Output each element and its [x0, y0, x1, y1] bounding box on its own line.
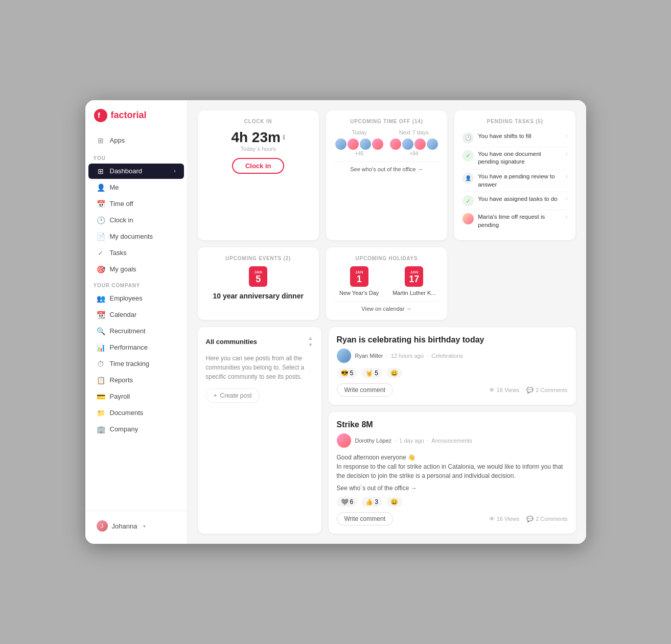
section-you-label: YOU — [85, 150, 187, 163]
avatar-6 — [402, 139, 413, 150]
payroll-icon: 💳 — [97, 393, 105, 401]
user-profile-item[interactable]: J Johanna ▾ — [88, 516, 184, 536]
sidebar-item-recruitment[interactable]: 🔍 Recruitment — [88, 324, 184, 339]
reaction-pill-1[interactable]: 😎 5 — [337, 368, 358, 378]
sidebar-bottom: J Johanna ▾ — [85, 511, 187, 536]
timeoff-today-count: +45 — [334, 151, 385, 156]
holiday-day-mlk: 17 — [409, 274, 419, 284]
view-calendar-link[interactable]: View on calendar → — [334, 301, 439, 312]
task-item-review[interactable]: 👤 You have a pending review to answer › — [462, 170, 567, 192]
holiday-day-newyear: 1 — [357, 274, 362, 284]
sidebar-item-employees[interactable]: 👥 Employees — [88, 291, 184, 306]
clockin-info-icon[interactable]: ℹ — [283, 134, 285, 141]
sidebar-apps-item[interactable]: ⊞ Apps — [88, 133, 184, 148]
sidebar-item-recruitment-label: Recruitment — [110, 327, 146, 335]
sidebar-item-goals[interactable]: 🎯 My goals — [88, 262, 184, 277]
clockin-card: CLOCK IN 4h 23m ℹ Today´s hours Clock in — [198, 110, 319, 240]
holidays-card-title: UPCOMING HOLIDAYS — [334, 256, 439, 261]
task-item-shifts[interactable]: 🕐 You have shifts to fill › — [462, 129, 567, 147]
timeoff-today-col: Today +45 — [334, 129, 385, 156]
sidebar-item-goals-label: My goals — [110, 265, 136, 273]
post-birthday-views: 👁 16 Views — [489, 387, 519, 394]
task-item-document[interactable]: ✓ You have one document pending signatur… — [462, 147, 567, 170]
clockin-icon: 🕐 — [97, 216, 105, 224]
post-strike-title: Strike 8M — [337, 420, 568, 429]
timeoff-card: UPCOMING TIME OFF (14) Today +45 — [326, 110, 447, 240]
sidebar-item-employees-label: Employees — [110, 294, 143, 302]
mid-cards-grid: UPCOMING EVENTS (2) JAN 5 10 year annive… — [198, 247, 576, 320]
community-header: All communities ▲ ▼ — [206, 335, 313, 348]
avatar-2 — [348, 139, 359, 150]
timeoff-next-col: Next 7 days +84 — [388, 129, 439, 156]
community-title: All communities — [206, 338, 257, 346]
svg-point-0 — [94, 109, 107, 122]
task-arrow-assigned: › — [565, 195, 567, 202]
community-body: Here you can see posts from all the comm… — [206, 354, 313, 381]
bottom-cards-grid: All communities ▲ ▼ Here you can see pos… — [198, 327, 576, 534]
sidebar-item-company-label: Company — [110, 425, 138, 433]
write-comment-button-birthday[interactable]: Write comment — [337, 383, 393, 397]
sidebar-item-calendar[interactable]: 📆 Calendar — [88, 307, 184, 323]
community-arrows[interactable]: ▲ ▼ — [308, 335, 313, 348]
clockin-button[interactable]: Clock in — [232, 158, 285, 174]
reaction-pill-strike-1[interactable]: 🩶 6 — [337, 497, 358, 507]
see-office-link[interactable]: See who's out of the office → — [334, 162, 439, 172]
arrow-up-icon: ▲ — [308, 335, 313, 341]
post-strike-reactions: 🩶 6 👍 3 😄 — [337, 497, 568, 507]
sidebar-item-timetracking[interactable]: ⏱ Time tracking — [88, 356, 184, 372]
sidebar-item-me[interactable]: 👤 Me — [88, 180, 184, 195]
sidebar-item-tasks[interactable]: ✓ Tasks — [88, 245, 184, 261]
reaction-pill-3[interactable]: 😄 — [386, 368, 402, 378]
post-birthday-comments: 💬 2 Comments — [526, 387, 567, 394]
timeoff-icon: 📅 — [97, 200, 105, 208]
sidebar-item-timeoff[interactable]: 📅 Time off — [88, 196, 184, 212]
user-avatar: J — [97, 520, 108, 532]
user-dropdown-icon: ▾ — [143, 523, 146, 529]
task-text-maria: María's time off request is pending — [478, 213, 561, 229]
sidebar-item-payroll-label: Payroll — [110, 393, 130, 400]
chevron-right-icon: › — [174, 168, 175, 174]
comment-icon: 💬 — [526, 387, 534, 394]
sidebar-item-reports[interactable]: 📋 Reports — [88, 373, 184, 388]
reaction-pill-2[interactable]: 🤘 5 — [361, 368, 382, 378]
event-date-badge: JAN 5 — [249, 266, 267, 287]
reaction-pill-strike-3[interactable]: 😄 — [386, 497, 402, 507]
task-icon-shifts: 🕐 — [462, 132, 474, 144]
sidebar-item-payroll[interactable]: 💳 Payroll — [88, 389, 184, 404]
timetracking-icon: ⏱ — [97, 360, 105, 368]
post-strike-link[interactable]: See who´s out of the office → — [337, 485, 568, 492]
app-inner: f factorial ⊞ Apps YOU ⊞ Dashboard › 👤 M… — [85, 100, 586, 544]
sidebar-item-reports-label: Reports — [110, 376, 133, 384]
sidebar-item-documents[interactable]: 📁 Documents — [88, 405, 184, 421]
post-strike-author: Dorothy López — [355, 438, 392, 444]
sidebar-item-dashboard[interactable]: ⊞ Dashboard › — [88, 164, 184, 179]
create-post-label: Create post — [220, 392, 252, 399]
arrow-down-icon: ▼ — [308, 342, 313, 348]
reaction-pill-strike-2[interactable]: 👍 3 — [361, 497, 382, 507]
create-post-button[interactable]: + Create post — [206, 388, 260, 403]
sidebar-item-performance-label: Performance — [110, 343, 148, 351]
sidebar-item-company[interactable]: 🏢 Company — [88, 422, 184, 437]
task-icon-assigned: ✓ — [462, 195, 474, 206]
task-item-maria[interactable]: María's time off request is pending › — [462, 210, 567, 232]
post-strike-comments: 💬 2 Comments — [526, 516, 567, 522]
task-avatar-maria — [462, 213, 474, 224]
task-icon-review: 👤 — [462, 173, 474, 184]
eye-icon-strike: 👁 — [489, 516, 495, 522]
sidebar-item-clockin[interactable]: 🕐 Clock in — [88, 213, 184, 228]
task-icon-document: ✓ — [462, 150, 474, 162]
post-birthday-title: Ryan is celebrating his birthday today — [337, 335, 568, 344]
holiday-item-mlk: JAN 17 Martin Luther K... — [389, 266, 439, 296]
write-comment-button-strike[interactable]: Write comment — [337, 512, 393, 525]
sidebar-item-mydocs[interactable]: 📄 My documents — [88, 229, 184, 244]
post-strike-stats: 👁 16 Views 💬 2 Comments — [489, 516, 568, 522]
task-item-assigned[interactable]: ✓ You have assigned tasks to do › — [462, 192, 567, 210]
post-birthday-stats: 👁 16 Views 💬 2 Comments — [489, 387, 568, 394]
post-birthday-author: Ryan Miller — [355, 353, 383, 359]
sidebar-item-performance[interactable]: 📊 Performance — [88, 340, 184, 355]
task-text-review: You have a pending review to answer — [478, 173, 561, 189]
employees-icon: 👥 — [97, 294, 105, 303]
event-title-text: 10 year anniversary dinner — [206, 292, 311, 300]
user-name: Johanna — [112, 522, 137, 530]
pending-tasks-card: PENDING TASKS (5) 🕐 You have shifts to f… — [454, 110, 575, 240]
